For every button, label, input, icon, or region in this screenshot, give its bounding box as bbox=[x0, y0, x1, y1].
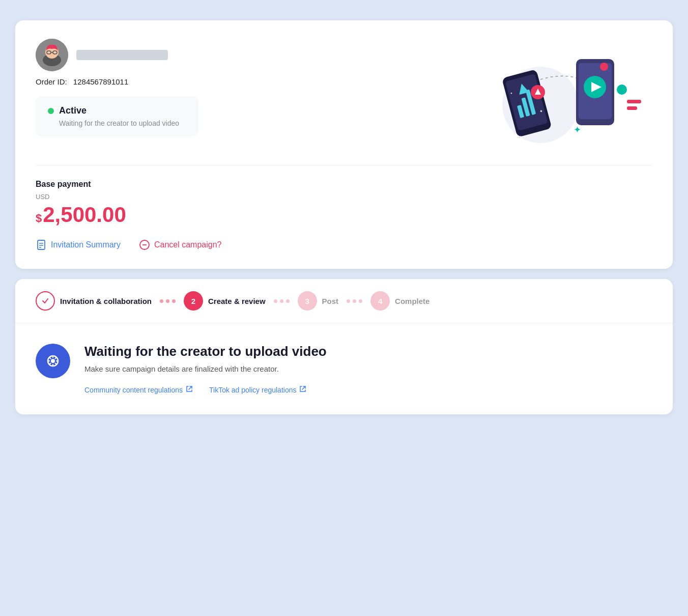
dot bbox=[359, 299, 362, 303]
payment-section: Base payment USD $ 2,500.00 bbox=[36, 180, 652, 227]
hero-illustration: ✦ ✦ ✦ bbox=[459, 39, 652, 151]
svg-line-43 bbox=[189, 386, 192, 389]
status-label: Active bbox=[59, 105, 87, 116]
community-link-label: Community content regulations bbox=[84, 386, 183, 394]
amount-row: $ 2,500.00 bbox=[36, 203, 652, 227]
progress-card: Invitation & collaboration 2 Create & re… bbox=[15, 279, 673, 414]
invitation-summary-link[interactable]: Invitation Summary bbox=[36, 239, 121, 250]
status-row: Active bbox=[48, 105, 186, 116]
user-row bbox=[36, 39, 459, 71]
dot bbox=[274, 299, 277, 303]
svg-text:✦: ✦ bbox=[574, 125, 581, 135]
cancel-campaign-label: Cancel campaign? bbox=[154, 240, 222, 249]
cancel-icon bbox=[139, 239, 150, 250]
svg-line-44 bbox=[302, 386, 305, 389]
external-link-icon-2 bbox=[299, 385, 306, 394]
svg-rect-22 bbox=[627, 106, 637, 110]
document-icon bbox=[36, 239, 47, 250]
left-content: Order ID: 1284567891011 Active Waiting f… bbox=[36, 39, 459, 136]
step-4-label: Complete bbox=[395, 297, 429, 305]
dot bbox=[172, 299, 176, 303]
dot bbox=[353, 299, 356, 303]
step-3-circle: 3 bbox=[298, 291, 317, 311]
content-desc: Make sure campaign details are finalized… bbox=[84, 365, 652, 373]
content-text: Waiting for the creator to upload video … bbox=[84, 344, 652, 394]
content-section: Waiting for the creator to upload video … bbox=[15, 323, 673, 414]
dots-2 bbox=[274, 299, 290, 303]
svg-rect-21 bbox=[627, 100, 641, 103]
status-sub: Waiting for the creator to upload video bbox=[59, 119, 186, 127]
external-link-icon bbox=[186, 385, 193, 394]
content-title: Waiting for the creator to upload video bbox=[84, 344, 652, 359]
status-dot bbox=[48, 108, 54, 114]
svg-line-40 bbox=[55, 363, 56, 365]
order-id: Order ID: 1284567891011 bbox=[36, 77, 459, 86]
dot bbox=[166, 299, 169, 303]
divider bbox=[36, 165, 652, 165]
svg-point-19 bbox=[600, 63, 608, 71]
svg-line-39 bbox=[49, 357, 51, 359]
dots-3 bbox=[347, 299, 362, 303]
dollar-sign: $ bbox=[36, 212, 42, 225]
video-upload-icon bbox=[36, 344, 70, 378]
step-1: Invitation & collaboration bbox=[36, 291, 152, 311]
tiktok-link-label: TikTok ad policy regulations bbox=[209, 386, 296, 394]
invitation-summary-label: Invitation Summary bbox=[51, 240, 121, 249]
links-row: Community content regulations TikTok ad … bbox=[84, 385, 652, 394]
cancel-campaign-link[interactable]: Cancel campaign? bbox=[139, 239, 222, 250]
step-2: 2 Create & review bbox=[184, 291, 266, 311]
payment-label: Base payment bbox=[36, 180, 652, 189]
step-2-circle: 2 bbox=[184, 291, 203, 311]
dot bbox=[160, 299, 163, 303]
dots-1 bbox=[160, 299, 176, 303]
currency-label: USD bbox=[36, 193, 652, 201]
dot bbox=[280, 299, 283, 303]
top-card: Order ID: 1284567891011 Active Waiting f… bbox=[15, 20, 673, 269]
step-3: 3 Post bbox=[298, 291, 339, 311]
step-1-label: Invitation & collaboration bbox=[60, 297, 152, 305]
name-bar bbox=[76, 50, 168, 60]
dot bbox=[286, 299, 290, 303]
svg-line-41 bbox=[55, 357, 56, 359]
step-4: 4 Complete bbox=[370, 291, 429, 311]
amount-value: 2,500.00 bbox=[43, 203, 126, 227]
svg-line-42 bbox=[49, 363, 51, 365]
status-box: Active Waiting for the creator to upload… bbox=[36, 96, 198, 136]
progress-bar: Invitation & collaboration 2 Create & re… bbox=[15, 279, 673, 323]
step-4-circle: 4 bbox=[370, 291, 390, 311]
step-1-circle bbox=[36, 291, 55, 311]
actions-row: Invitation Summary Cancel campaign? bbox=[36, 239, 652, 250]
svg-point-20 bbox=[617, 85, 627, 95]
step-3-label: Post bbox=[322, 297, 339, 305]
dot bbox=[347, 299, 350, 303]
avatar bbox=[36, 39, 68, 71]
svg-point-34 bbox=[51, 359, 55, 363]
svg-rect-26 bbox=[38, 240, 45, 249]
community-regulations-link[interactable]: Community content regulations bbox=[84, 385, 193, 394]
tiktok-policy-link[interactable]: TikTok ad policy regulations bbox=[209, 385, 306, 394]
step-2-label: Create & review bbox=[208, 297, 266, 305]
